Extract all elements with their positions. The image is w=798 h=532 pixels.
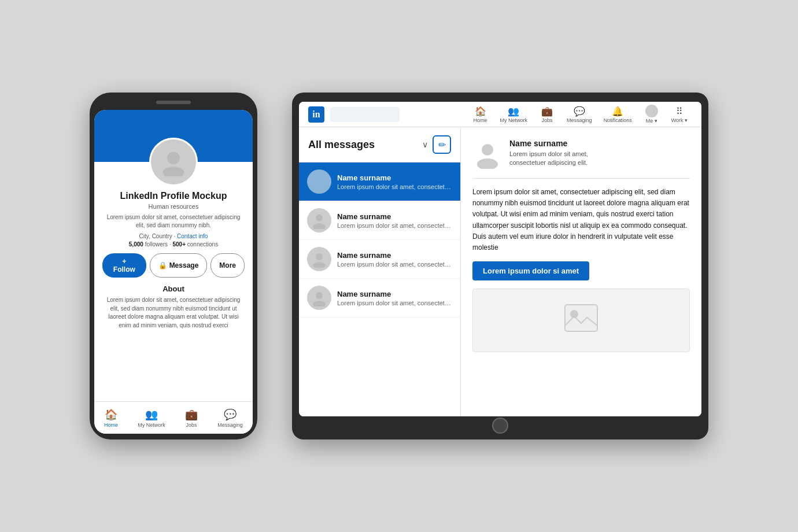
nav-item-messaging[interactable]: 💬 Messaging <box>217 408 243 428</box>
tablet-messaging-label: Messaging <box>567 117 592 123</box>
profile-name-mini: Name surname <box>509 139 588 148</box>
messaging-icon: 💬 <box>224 408 237 421</box>
tablet-nav-home[interactable]: 🏠 Home <box>468 106 493 123</box>
message-content: Name surname Lorem ipsum dolor sit amet,… <box>337 290 452 306</box>
svg-point-5 <box>313 223 326 229</box>
tablet-nav-jobs[interactable]: 💼 Jobs <box>534 106 560 123</box>
nav-item-network[interactable]: 👥 My Network <box>138 408 165 428</box>
tablet-screen: in 🏠 Home 👥 My Network 💼 Jobs <box>299 102 701 416</box>
nav-label-jobs: Jobs <box>186 422 197 428</box>
post-text: Lorem ipsum dolor sit amet, consectetuer… <box>472 187 690 253</box>
linkedin-logo: in <box>308 106 324 123</box>
message-list: Name surname Lorem ipsum dolor sit amet,… <box>299 162 460 416</box>
message-button[interactable]: 🔒 Message <box>150 253 208 278</box>
cta-button[interactable]: Lorem ipsum dolor si amet <box>472 261 589 280</box>
tablet-messaging-icon: 💬 <box>574 106 585 117</box>
compose-button[interactable]: ✏ <box>433 135 451 154</box>
message-preview: Lorem ipsum dolor sit amet, consectetuer… <box>337 183 452 190</box>
svg-point-0 <box>167 152 180 165</box>
phone-device: LinkedIn Profile Mockup Human resources … <box>90 93 257 439</box>
nav-label-network: My Network <box>138 422 165 428</box>
jobs-icon: 💼 <box>185 408 198 421</box>
tablet-me-avatar <box>645 105 658 117</box>
tablet-home-button[interactable] <box>492 418 508 434</box>
profile-info-mini: Name surname Lorem ipsum dolor sit amet,… <box>509 139 588 168</box>
scene: LinkedIn Profile Mockup Human resources … <box>90 93 708 439</box>
phone-about-title: About <box>102 285 245 293</box>
tablet-jobs-icon: 💼 <box>541 106 553 117</box>
phone-bottom-nav: 🏠 Home 👥 My Network 💼 Jobs 💬 Messaging <box>94 401 253 434</box>
tablet-notifications-label: Notifications <box>604 117 632 123</box>
message-item[interactable]: Name surname Lorem ipsum dolor sit amet,… <box>299 162 460 201</box>
tablet-device: in 🏠 Home 👥 My Network 💼 Jobs <box>292 93 708 439</box>
home-icon: 🏠 <box>105 408 117 421</box>
phone-actions: + Follow 🔒 Message More <box>102 253 245 278</box>
tablet-nav-work[interactable]: ⠿ Work ▾ <box>667 106 692 123</box>
phone-avatar <box>149 138 198 186</box>
phone-profile-title: Human resources <box>102 203 245 210</box>
message-content: Name surname Lorem ipsum dolor sit amet,… <box>337 212 452 229</box>
svg-point-7 <box>313 262 326 268</box>
message-item[interactable]: Name surname Lorem ipsum dolor sit amet,… <box>299 201 460 240</box>
tablet-nav-me[interactable]: Me ▾ <box>639 105 664 124</box>
main-content: Name surname Lorem ipsum dolor sit amet,… <box>461 127 701 416</box>
nav-label-messaging: Messaging <box>217 422 243 428</box>
message-avatar <box>307 286 331 310</box>
message-name: Name surname <box>337 212 452 221</box>
tablet-nav-messaging[interactable]: 💬 Messaging <box>562 106 597 123</box>
message-preview: Lorem ipsum dolor sit amet, consectetuer… <box>337 300 452 306</box>
svg-point-11 <box>482 144 493 156</box>
nav-item-jobs[interactable]: 💼 Jobs <box>185 408 198 428</box>
phone-profile-bio: Lorem ipsum dolor sit amet, consectetuer… <box>102 213 245 230</box>
chevron-down-icon: ∨ <box>422 140 428 149</box>
divider <box>472 178 690 179</box>
phone-profile-body: LinkedIn Profile Mockup Human resources … <box>94 162 253 401</box>
post-image-placeholder <box>472 289 690 352</box>
message-avatar <box>307 169 331 194</box>
messages-header: All messages ∨ ✏ <box>299 127 460 162</box>
tablet-nav-notifications[interactable]: 🔔 Notifications <box>599 106 637 123</box>
svg-point-9 <box>313 301 326 306</box>
svg-rect-13 <box>565 305 597 331</box>
tablet-body: All messages ∨ ✏ <box>299 127 701 416</box>
phone-contact-link[interactable]: Contact info <box>177 233 208 239</box>
phone-profile-name: LinkedIn Profile Mockup <box>102 191 245 201</box>
phone-location-text: City, Country <box>139 233 172 239</box>
svg-point-1 <box>163 167 184 176</box>
phone-speaker <box>156 101 191 104</box>
tablet-search-bar[interactable] <box>330 107 400 122</box>
message-avatar <box>307 247 331 271</box>
tablet-notifications-icon: 🔔 <box>612 106 623 117</box>
phone-stats: 5,000 followers · 500+ connections <box>102 241 245 247</box>
message-name: Name surname <box>337 290 452 298</box>
tablet-network-icon: 👥 <box>508 106 519 117</box>
message-item[interactable]: Name surname Lorem ipsum dolor sit amet,… <box>299 279 460 317</box>
compose-icon: ✏ <box>438 139 446 150</box>
message-avatar <box>307 208 331 232</box>
message-name: Name surname <box>337 173 452 182</box>
message-preview: Lorem ipsum dolor sit amet, consectetuer… <box>337 261 452 268</box>
image-icon <box>564 304 598 338</box>
profile-bio-mini: Lorem ipsum dolor sit amet, consectetuer… <box>509 150 588 168</box>
tablet-nav-network[interactable]: 👥 My Network <box>496 106 533 123</box>
nav-item-home[interactable]: 🏠 Home <box>104 408 118 428</box>
svg-point-6 <box>316 253 323 260</box>
message-name: Name surname <box>337 251 452 260</box>
tablet-work-icon: ⠿ <box>676 106 683 117</box>
tablet-home-label: Home <box>474 117 487 123</box>
tablet-network-label: My Network <box>500 117 528 123</box>
follow-button[interactable]: + Follow <box>102 253 146 278</box>
tablet-jobs-label: Jobs <box>542 117 553 123</box>
phone-screen: LinkedIn Profile Mockup Human resources … <box>94 110 253 434</box>
message-content: Name surname Lorem ipsum dolor sit amet,… <box>337 173 452 190</box>
messages-panel: All messages ∨ ✏ <box>299 127 461 416</box>
svg-point-4 <box>316 215 323 221</box>
svg-point-2 <box>316 176 323 183</box>
message-item[interactable]: Name surname Lorem ipsum dolor sit amet,… <box>299 240 460 279</box>
phone-banner <box>94 110 253 162</box>
profile-avatar-mini <box>472 139 503 169</box>
more-button[interactable]: More <box>210 253 245 278</box>
tablet-home-icon: 🏠 <box>475 106 486 117</box>
message-preview: Lorem ipsum dolor sit amet, consectetuer… <box>337 222 452 229</box>
profile-card-mini: Name surname Lorem ipsum dolor sit amet,… <box>472 139 690 169</box>
